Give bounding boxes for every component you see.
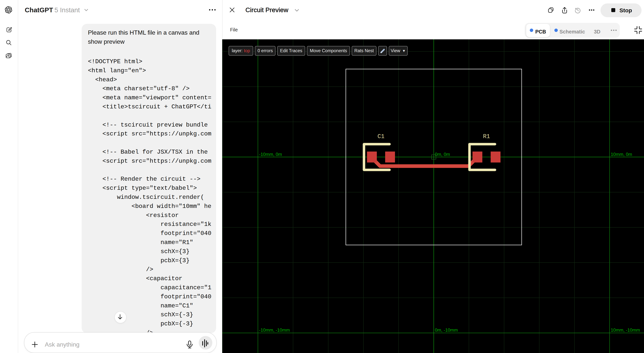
svg-text:R1: R1 — [483, 133, 490, 140]
svg-text:0m, -10mm: 0m, -10mm — [435, 327, 458, 332]
svg-text:C1: C1 — [378, 133, 384, 140]
svg-text:10mm, 0m: 10mm, 0m — [611, 152, 632, 157]
svg-text:-10mm, -10mm: -10mm, -10mm — [259, 327, 290, 332]
svg-text:0m, 0m: 0m, 0m — [435, 152, 450, 157]
svg-text:10mm, -10mm: 10mm, -10mm — [611, 327, 640, 332]
svg-text:-10mm, 0m: -10mm, 0m — [259, 152, 282, 157]
